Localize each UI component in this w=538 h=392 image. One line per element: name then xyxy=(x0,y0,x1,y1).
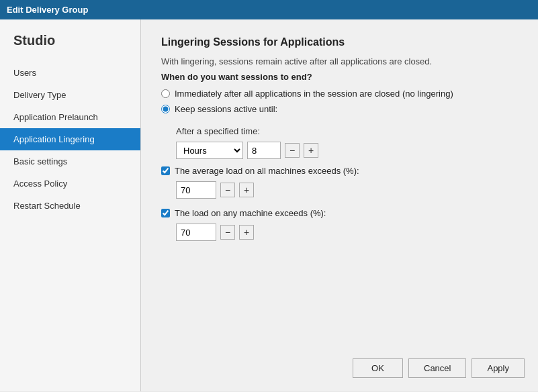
avg-load-increment-button[interactable]: + xyxy=(239,183,254,197)
avg-load-checkbox-row: The average load on all machines exceeds… xyxy=(161,166,518,176)
avg-load-checkbox[interactable] xyxy=(161,166,170,175)
time-decrement-button[interactable]: − xyxy=(285,143,300,158)
main-content: Lingering Sessions for Applications With… xyxy=(141,19,538,267)
radio-immediate-input[interactable] xyxy=(161,89,170,98)
avg-load-label[interactable]: The average load on all machines exceeds… xyxy=(175,166,359,176)
ok-button[interactable]: OK xyxy=(353,358,403,378)
question-text: When do you want sessions to end? xyxy=(161,72,518,82)
page-title: Lingering Sessions for Applications xyxy=(161,36,518,48)
any-load-checkbox-row: The load on any machine exceeds (%): xyxy=(161,208,518,218)
radio-option-keep: Keep sessions active until: xyxy=(161,104,518,114)
time-unit-select[interactable]: Hours Minutes xyxy=(176,142,243,159)
sidebar-item-access-policy[interactable]: Access Policy xyxy=(0,173,140,195)
sidebar-item-restart-schedule[interactable]: Restart Schedule xyxy=(0,195,140,217)
time-increment-button[interactable]: + xyxy=(304,143,318,158)
footer-buttons: OK Cancel Apply xyxy=(353,358,525,378)
any-load-checkbox[interactable] xyxy=(161,209,170,217)
sidebar-item-application-lingering[interactable]: Application Lingering xyxy=(0,128,140,150)
dialog-body: Studio Users Delivery Type Application P… xyxy=(0,19,538,391)
avg-load-value-input[interactable] xyxy=(176,181,216,199)
sidebar-item-basic-settings[interactable]: Basic settings xyxy=(0,150,140,173)
sidebar: Studio Users Delivery Type Application P… xyxy=(0,19,141,391)
sidebar-item-users[interactable]: Users xyxy=(0,62,140,84)
apply-button[interactable]: Apply xyxy=(472,358,525,378)
studio-label: Studio xyxy=(0,33,140,62)
title-bar-label: Edit Delivery Group xyxy=(7,5,88,15)
any-load-input-row: − + xyxy=(176,224,518,241)
content-area: Lingering Sessions for Applications With… xyxy=(141,19,538,391)
any-load-increment-button[interactable]: + xyxy=(239,225,254,240)
avg-load-decrement-button[interactable]: − xyxy=(220,183,235,197)
sidebar-item-delivery-type[interactable]: Delivery Type xyxy=(0,84,140,106)
radio-keep-input[interactable] xyxy=(161,105,170,113)
radio-immediate-label[interactable]: Immediately after all applications in th… xyxy=(175,89,453,99)
title-bar: Edit Delivery Group xyxy=(0,0,538,19)
description-text: With lingering, sessions remain active a… xyxy=(161,56,518,66)
time-value-input[interactable] xyxy=(247,142,281,159)
after-specified-time-label: After a specified time: xyxy=(176,126,518,136)
any-load-decrement-button[interactable]: − xyxy=(220,225,235,240)
radio-keep-label[interactable]: Keep sessions active until: xyxy=(175,104,277,114)
radio-option-immediate: Immediately after all applications in th… xyxy=(161,89,518,99)
time-row: Hours Minutes − + xyxy=(176,142,518,159)
cancel-button[interactable]: Cancel xyxy=(408,358,466,378)
any-load-value-input[interactable] xyxy=(176,224,216,241)
any-load-label[interactable]: The load on any machine exceeds (%): xyxy=(175,208,326,218)
sidebar-item-application-prelaunch[interactable]: Application Prelaunch xyxy=(0,106,140,128)
avg-load-input-row: − + xyxy=(176,181,518,199)
